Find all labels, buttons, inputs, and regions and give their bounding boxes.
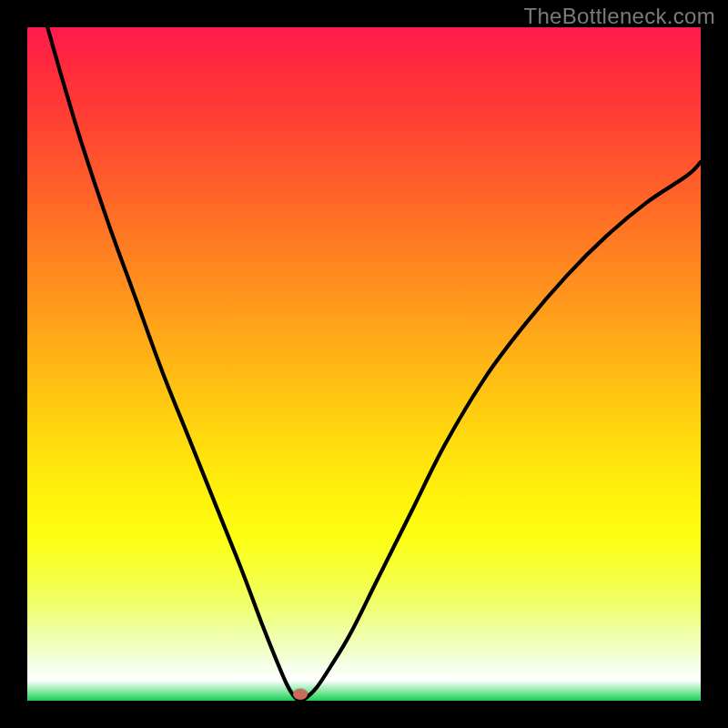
bottleneck-curve-path xyxy=(47,27,701,701)
watermark-text: TheBottleneck.com xyxy=(523,4,715,29)
bottleneck-curve-svg xyxy=(27,27,701,701)
optimum-marker-dot xyxy=(293,689,308,700)
